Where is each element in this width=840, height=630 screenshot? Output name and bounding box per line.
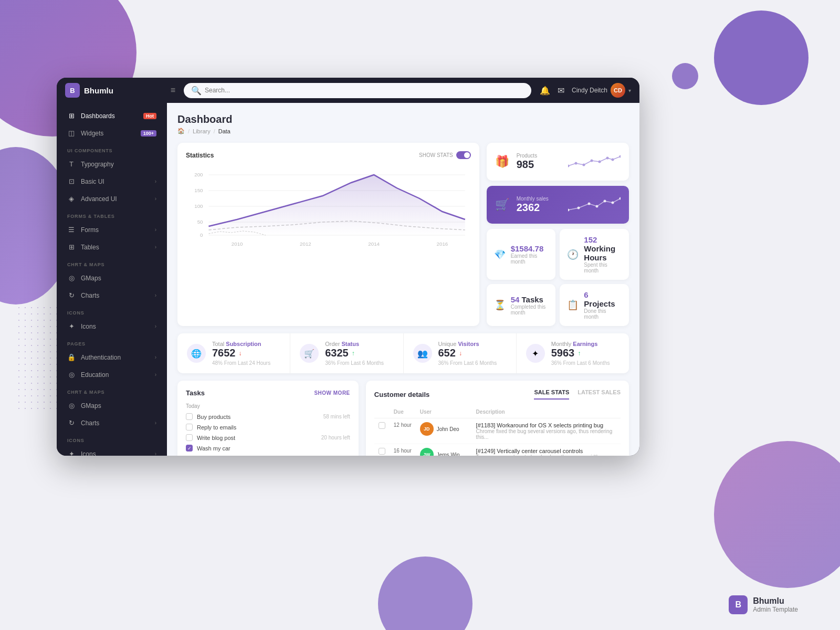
- svg-text:100: 100: [194, 203, 203, 209]
- metric-subscription: 🌐 Total Subscription 7652 ↓ 48% From Las…: [177, 333, 290, 373]
- breadcrumb-home-icon: 🏠: [177, 128, 185, 134]
- metric-earnings-word: Monthly Earnings: [551, 341, 610, 347]
- today-label: Today: [186, 403, 350, 409]
- svg-text:2016: 2016: [437, 241, 448, 247]
- breadcrumb-library: Library: [193, 128, 211, 134]
- sidebar-item-icons2[interactable]: ✦ Icons ›: [57, 445, 167, 456]
- working-hours-label: Spent this month: [584, 262, 622, 274]
- sidebar-item-basic-ui[interactable]: ⊡ Basic UI ›: [57, 173, 167, 190]
- auth-icon: 🔒: [67, 353, 76, 361]
- sidebar-section-ui: UI Components: [57, 142, 167, 155]
- sidebar-item-dashboards[interactable]: ⊞ Dashboards Hot: [57, 107, 167, 124]
- tab-latest-sales[interactable]: LATEST SALES: [578, 389, 621, 400]
- right-stats: 🎁 Products 985: [487, 143, 629, 326]
- task-checkbox-write-blog[interactable]: [186, 434, 193, 441]
- monthly-sales-sparkline: [568, 193, 621, 216]
- svg-point-15: [568, 165, 570, 167]
- hamburger-icon[interactable]: ≡: [171, 86, 175, 95]
- statistics-card: Statistics SHOW STATS: [177, 143, 479, 326]
- metric-subscription-down-icon: ↓: [239, 350, 242, 357]
- sidebar-label-charts: Charts: [81, 292, 150, 299]
- products-card: 🎁 Products 985: [487, 143, 629, 181]
- row-checkbox[interactable]: [374, 444, 390, 456]
- topbar-right: 🔔 ✉ Cindy Deitch CD ▾: [540, 83, 631, 98]
- sidebar-item-charts[interactable]: ↻ Charts ›: [57, 287, 167, 304]
- svg-text:50: 50: [197, 219, 203, 225]
- metric-order-value-row: 6325 ↑: [325, 347, 384, 359]
- customer-table-head: Due User Description: [374, 406, 621, 418]
- metric-visitors-down-icon: ↓: [459, 350, 462, 357]
- tasks-label: Completed this month: [511, 304, 549, 316]
- branding: B Bhumlu Admin Template: [729, 595, 798, 614]
- svg-point-17: [583, 164, 585, 166]
- products-info: Products 985: [517, 153, 537, 171]
- breadcrumb-current: Data: [218, 128, 230, 134]
- sidebar-item-icons1[interactable]: ✦ Icons ›: [57, 318, 167, 335]
- svg-point-19: [598, 161, 601, 163]
- customer-table: Due User Description 12 hour JD John Deo…: [374, 406, 621, 456]
- icons2-arrow-icon: ›: [155, 451, 156, 456]
- metric-earnings-up-icon: ↑: [578, 350, 581, 357]
- show-stats-area: SHOW STATS: [419, 151, 471, 159]
- sidebar-label-forms: Forms: [81, 226, 150, 234]
- search-bar[interactable]: 🔍: [184, 83, 531, 98]
- metric-subscription-info: Total Subscription 7652 ↓ 48% From Last …: [212, 341, 270, 366]
- task-checkbox-wash-car[interactable]: [186, 445, 193, 452]
- row-checkbox[interactable]: [374, 418, 390, 444]
- charts-icon: ↻: [67, 291, 76, 299]
- col-checkbox: [374, 406, 390, 418]
- sidebar-section-charts2: Chrt & Maps: [57, 383, 167, 397]
- logo-text: Bhumlu: [84, 86, 113, 95]
- mail-icon[interactable]: ✉: [558, 86, 564, 96]
- icons1-arrow-icon: ›: [155, 323, 156, 329]
- search-input[interactable]: [205, 87, 524, 94]
- tab-sale-stats[interactable]: SALE STATS: [534, 389, 569, 400]
- sidebar-item-advanced-ui[interactable]: ◈ Advanced UI ›: [57, 190, 167, 207]
- sidebar-item-widgets[interactable]: ◫ Widgets 100+: [57, 124, 167, 142]
- sidebar-item-charts2[interactable]: ↻ Charts ›: [57, 414, 167, 432]
- sidebar-item-forms[interactable]: ☰ Forms ›: [57, 221, 167, 238]
- sidebar-badge-count: 100+: [141, 130, 156, 136]
- tasks-show-more[interactable]: SHOW MORE: [314, 390, 350, 396]
- svg-point-20: [606, 157, 609, 160]
- working-hours-value: 152 Working Hours: [584, 235, 622, 262]
- metric-order-value: 6325: [325, 347, 349, 359]
- sidebar-label-tables: Tables: [81, 244, 150, 251]
- chart-container: 200 150 100 50 0 2010 2012 2014 2016: [186, 164, 471, 248]
- search-icon: 🔍: [191, 86, 202, 96]
- notification-icon[interactable]: 🔔: [540, 86, 550, 96]
- sidebar-item-gmaps2[interactable]: ◎ GMaps: [57, 397, 167, 414]
- sidebar-item-typography[interactable]: T Typography: [57, 155, 167, 173]
- monthly-sales-info: Monthly sales 2362: [517, 196, 549, 214]
- sidebar-item-gmaps[interactable]: ◎ GMaps: [57, 269, 167, 287]
- svg-text:150: 150: [194, 187, 203, 193]
- charts2-icon: ↻: [67, 419, 76, 427]
- customer-card: Customer details SALE STATS LATEST SALES…: [366, 381, 629, 456]
- sidebar-label-basic-ui: Basic UI: [81, 178, 150, 185]
- row-due: 12 hour: [390, 418, 416, 444]
- brand-name: Bhumlu: [753, 596, 798, 606]
- stats-toggle[interactable]: [456, 151, 471, 159]
- blob-bottom-center: [378, 556, 472, 630]
- task-checkbox-reply-emails[interactable]: [186, 424, 193, 430]
- sidebar-item-authentication[interactable]: 🔒 Authentication ›: [57, 349, 167, 366]
- row-user: JW Jems Win: [416, 444, 472, 456]
- task-checkbox-buy-products[interactable]: [186, 413, 193, 420]
- customer-tabs: SALE STATS LATEST SALES: [534, 389, 621, 400]
- svg-text:2010: 2010: [232, 241, 243, 247]
- user-area[interactable]: Cindy Deitch CD ▾: [572, 83, 631, 98]
- metric-earnings-sub: 36% From Last 6 Months: [551, 360, 610, 366]
- projects-icon: 📋: [567, 299, 579, 311]
- tasks-card: ⏳ 54 Tasks Completed this month: [487, 284, 556, 326]
- sidebar-item-education[interactable]: ◎ Education ›: [57, 366, 167, 383]
- working-hours-card: 🕐 152 Working Hours Spent this month: [560, 229, 629, 280]
- forms-icon: ☰: [67, 226, 76, 234]
- charts-arrow-icon: ›: [155, 292, 156, 298]
- row-user: JD John Deo: [416, 418, 472, 444]
- svg-point-25: [588, 203, 591, 205]
- bottom-row: Tasks SHOW MORE Today Buy products 58 mi…: [177, 381, 629, 456]
- education-icon: ◎: [67, 371, 76, 379]
- monthly-sales-value: 2362: [517, 202, 549, 214]
- svg-marker-14: [208, 175, 465, 235]
- sidebar-item-tables[interactable]: ⊞ Tables ›: [57, 238, 167, 256]
